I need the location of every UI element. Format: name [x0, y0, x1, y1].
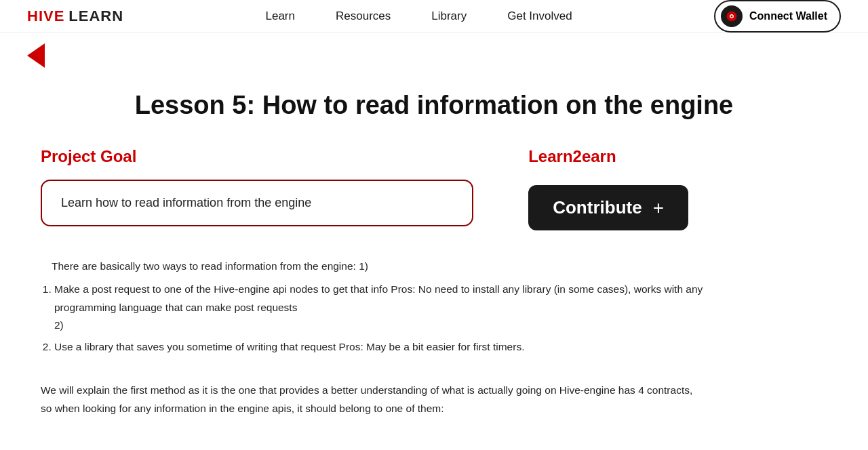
project-goal-section: Project Goal Learn how to read informati… — [41, 147, 473, 226]
intro-text: There are basically two ways to read inf… — [52, 258, 705, 275]
paragraph-text: We will explain the first method as it i… — [41, 381, 705, 417]
nav-item-learn[interactable]: Learn — [266, 9, 295, 23]
contribute-label: Contribute — [553, 197, 642, 218]
project-goal-title: Project Goal — [41, 147, 473, 166]
logo-learn: LEARN — [68, 7, 123, 25]
wallet-icon — [721, 5, 743, 27]
main-nav: Learn Resources Library Get Involved — [266, 9, 572, 23]
back-arrow-icon — [27, 43, 45, 68]
logo-hive: HIVE — [27, 7, 64, 25]
back-button[interactable] — [27, 43, 45, 70]
learn2earn-section: Learn2earn Contribute + — [528, 147, 827, 230]
goal-box: Learn how to read information from the e… — [41, 180, 473, 226]
nav-item-resources[interactable]: Resources — [336, 9, 391, 23]
contribute-plus-icon: + — [653, 199, 664, 218]
svg-point-1 — [731, 15, 733, 17]
list-item: Use a library that saves you sometime of… — [54, 338, 705, 356]
content-section: There are basically two ways to read inf… — [41, 258, 705, 356]
logo: HIVE LEARN — [27, 7, 123, 25]
main-content: Lesson 5: How to read information on the… — [0, 70, 868, 445]
connect-wallet-button[interactable]: Connect Wallet — [714, 0, 841, 33]
connect-wallet-label: Connect Wallet — [749, 10, 827, 22]
learn2earn-title: Learn2earn — [528, 147, 616, 166]
two-column-section: Project Goal Learn how to read informati… — [41, 147, 827, 230]
lesson-title: Lesson 5: How to read information on the… — [41, 91, 827, 120]
goal-text: Learn how to read information from the e… — [61, 196, 311, 209]
list-item: Make a post request to one of the Hive-e… — [54, 281, 705, 334]
contribute-button[interactable]: Contribute + — [528, 185, 688, 230]
paragraph-section: We will explain the first method as it i… — [41, 381, 705, 417]
header: HIVE LEARN Learn Resources Library Get I… — [0, 0, 868, 33]
nav-item-library[interactable]: Library — [431, 9, 467, 23]
nav-item-get-involved[interactable]: Get Involved — [507, 9, 572, 23]
steps-list: Make a post request to one of the Hive-e… — [54, 281, 705, 356]
